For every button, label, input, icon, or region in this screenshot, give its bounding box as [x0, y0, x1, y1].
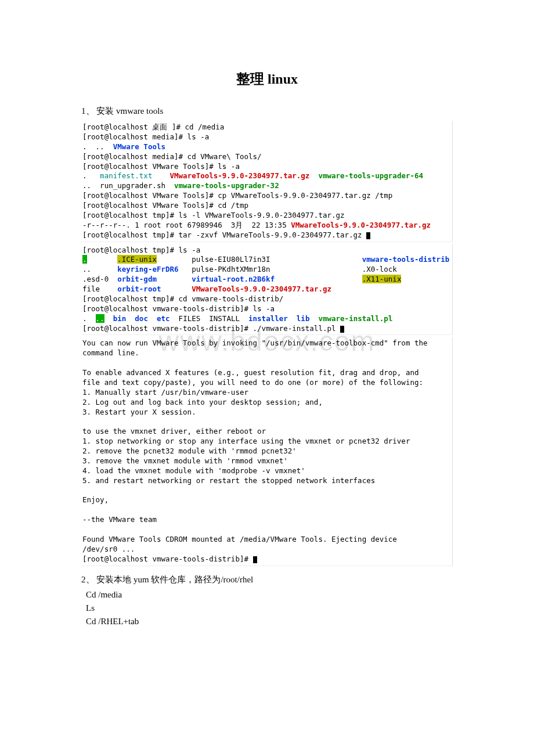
term-text: file — [82, 285, 117, 293]
term-text: pulse-PKdhtXMmr18n .X0-lock — [179, 265, 397, 273]
spacer — [104, 314, 113, 323]
dir-etc: etc — [157, 314, 170, 323]
dir-lib: lib — [297, 314, 310, 323]
spacer — [288, 314, 297, 323]
spacer — [157, 275, 192, 283]
file-archive: VMwareTools-9.9.0-2304977.tar.gz — [291, 221, 431, 229]
section-1-heading: 1、 安装 vmware tools — [81, 106, 453, 117]
term-line: [root@localhost VMware Tools]# cp VMware… — [82, 191, 392, 200]
dir-dotdot: .. — [96, 314, 104, 323]
dir-bin: bin — [113, 314, 127, 323]
term-line: To enable advanced X features (e.g., gue… — [82, 368, 418, 377]
spacer — [152, 171, 169, 180]
dir-orbit: orbit-gdm — [117, 275, 157, 283]
term-line: command line. — [82, 348, 139, 357]
spacer — [161, 285, 192, 293]
dir-keyring: keyring-eFrDR6 — [117, 265, 178, 273]
term-line: 4. load the vmxnet module with 'modprobe… — [82, 466, 305, 475]
dir-distrib: vmware-tools-distrib — [362, 255, 450, 264]
body-line: Ls — [86, 603, 453, 613]
term-line: [root@localhost VMware Tools]# cd /tmp — [82, 201, 248, 210]
spacer — [309, 314, 318, 323]
term-line: /dev/sr0 ... — [82, 545, 135, 553]
term-line: 2. Log out and log back into your deskto… — [82, 398, 323, 406]
term-text: . — [82, 314, 96, 323]
term-line: 3. Restart your X session. — [82, 408, 196, 416]
spacer — [275, 275, 362, 283]
term-line: [root@localhost tmp]# ls -a — [82, 246, 200, 254]
spacer — [126, 314, 135, 323]
term-line: . — [82, 171, 100, 180]
term-line: 3. remove the vmxnet module with 'rmmod … — [82, 456, 288, 465]
file-manifest: manifest.txt — [100, 171, 152, 180]
term-line: [root@localhost vmware-tools-distrib]# .… — [82, 324, 340, 333]
term-line: [root@localhost vmware-tools-distrib]# — [82, 555, 253, 563]
terminal-block-2: [root@localhost tmp]# ls -a . .ICE-unix … — [81, 244, 453, 336]
term-line: -r--r--r--. 1 root root 67989946 3月 22 1… — [82, 221, 291, 229]
term-line: [root@localhost tmp]# ls -l VMwareTools-… — [82, 211, 345, 219]
file-install-pl: vmware-install.pl — [318, 314, 392, 323]
terminal-block-3: You can now run VMware Tools by invoking… — [81, 337, 453, 566]
dir-doc: doc — [135, 314, 148, 323]
term-line: . .. — [82, 142, 113, 151]
term-text: .. — [82, 265, 117, 273]
term-line: [root@localhost media]# cd VMware\ Tools… — [82, 152, 262, 161]
body-line: Cd /media — [86, 590, 453, 600]
body-line: Cd /RHEL+tab — [86, 617, 453, 627]
cursor-icon — [366, 232, 370, 239]
term-line: 1. stop networking or stop any interface… — [82, 437, 410, 445]
term-line: to use the vmxnet driver, either reboot … — [82, 427, 266, 435]
cursor-icon — [253, 556, 257, 563]
term-line: [root@localhost 桌面 ]# cd /media — [82, 123, 224, 131]
term-text: .esd-0 — [82, 275, 117, 283]
cursor-icon — [340, 326, 344, 333]
term-line: You can now run VMware Tools by invoking… — [82, 339, 428, 347]
spacer — [309, 171, 318, 180]
file-upgrader64: vmware-tools-upgrader-64 — [318, 171, 423, 180]
term-line: [root@localhost VMware Tools]# ls -a — [82, 162, 240, 171]
dir-orbitroot: orbit-root — [117, 285, 161, 293]
term-line: Enjoy, — [82, 495, 109, 504]
term-line: file and text copy/paste), you will need… — [82, 378, 423, 387]
term-line: 5. and restart networking or restart the… — [82, 476, 375, 485]
term-line: [root@localhost tmp]# cd vmware-tools-di… — [82, 294, 283, 303]
section-2-heading: 2、 安装本地 yum 软件仓库，路径为/root/rhel — [81, 574, 453, 585]
term-line: 1. Manually start /usr/bin/vmware-user — [82, 388, 248, 397]
term-line: 2. remove the pcnet32 module with 'rmmod… — [82, 447, 297, 455]
file-archive: VMwareTools-9.9.0-2304977.tar.gz — [170, 171, 310, 180]
dir-dot: . — [82, 255, 87, 264]
term-line: [root@localhost vmware-tools-distrib]# l… — [82, 304, 275, 313]
dir-name: VMware Tools — [113, 142, 165, 151]
dir-installer: installer — [248, 314, 288, 323]
term-line: --the VMware team — [82, 515, 157, 524]
term-line: .. run_upgrader.sh — [82, 181, 174, 190]
term-text: pulse-EIU80Ll7in3I — [157, 255, 362, 264]
file-archive: VMwareTools-9.9.0-2304977.tar.gz — [192, 285, 331, 293]
spacer — [148, 314, 157, 323]
term-line: Found VMware Tools CDROM mounted at /med… — [82, 535, 397, 543]
spacer — [87, 255, 118, 264]
dir-x11: .X11-unix — [362, 275, 402, 283]
file-upgrader32: vmware-tools-upgrader-32 — [174, 181, 279, 190]
term-line: [root@localhost tmp]# tar -zxvf VMwareTo… — [82, 231, 366, 239]
term-line: [root@localhost media]# ls -a — [82, 132, 209, 141]
dir-ice: .ICE-unix — [117, 255, 157, 264]
terminal-block-1: [root@localhost 桌面 ]# cd /media [root@lo… — [81, 121, 453, 242]
page-title: 整理 linux — [81, 70, 453, 88]
term-text: FILES INSTALL — [170, 314, 248, 323]
dir-virtual: virtual-root.n2B6kf — [192, 275, 275, 283]
